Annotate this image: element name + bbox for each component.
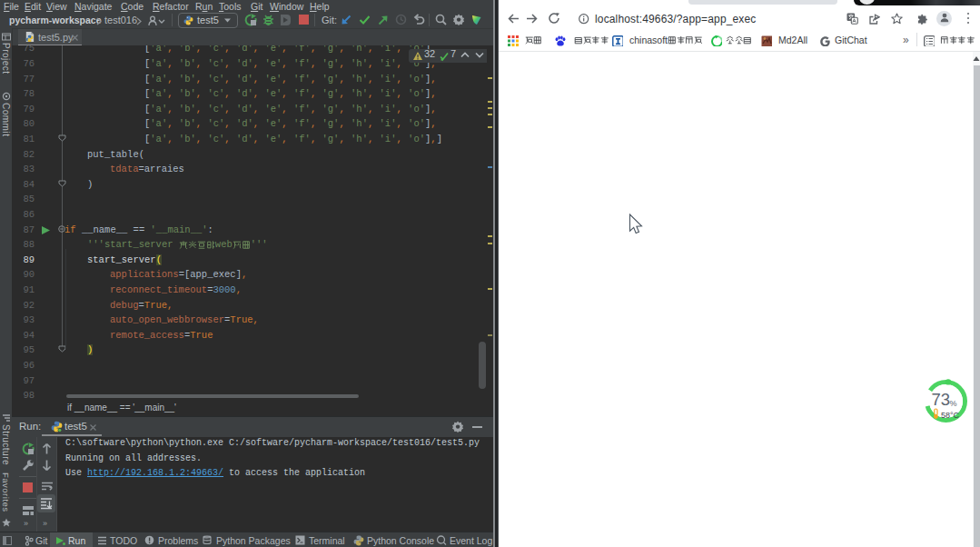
svg-text:58°C: 58°C bbox=[941, 411, 960, 420]
svg-text:73: 73 bbox=[932, 390, 951, 409]
svg-text:%: % bbox=[950, 399, 957, 408]
